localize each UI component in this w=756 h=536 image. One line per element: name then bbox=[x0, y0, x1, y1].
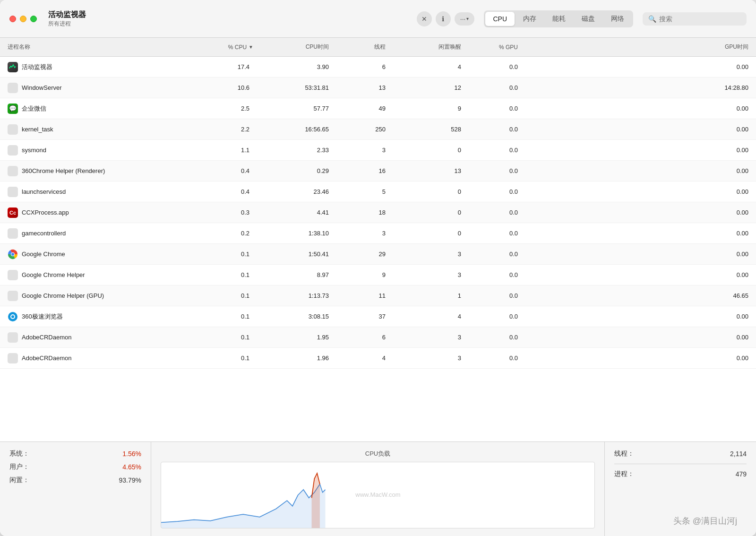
tab-network[interactable]: 网络 bbox=[603, 12, 632, 26]
tab-energy[interactable]: 能耗 bbox=[545, 12, 573, 26]
tab-cpu[interactable]: CPU bbox=[485, 12, 515, 26]
process-gputime: 0.00 bbox=[518, 63, 748, 70]
chevron-down-icon: ▾ bbox=[466, 16, 469, 21]
process-count-panel: 线程： 2,114 进程： 479 bbox=[605, 442, 756, 536]
cpu-stats-panel: 系统： 1.56% 用户： 4.65% 闲置： 93.79% bbox=[0, 442, 151, 536]
process-cpu: 0.1 bbox=[187, 334, 253, 341]
info-button[interactable]: ℹ bbox=[436, 11, 451, 26]
process-threads: 29 bbox=[329, 251, 386, 258]
process-idle: 528 bbox=[386, 126, 461, 133]
process-threads: 250 bbox=[329, 126, 386, 133]
process-name: kernel_task bbox=[8, 124, 187, 135]
process-cputime: 2.33 bbox=[253, 147, 329, 154]
process-icon bbox=[8, 228, 18, 239]
process-gpu: 0.0 bbox=[461, 334, 518, 341]
process-name: 360极速浏览器 bbox=[8, 311, 187, 322]
bottom-bar: 系统： 1.56% 用户： 4.65% 闲置： 93.79% CPU负载 bbox=[0, 441, 756, 536]
process-gpu: 0.0 bbox=[461, 313, 518, 320]
stat-processes-value: 479 bbox=[736, 470, 747, 478]
process-name: Google Chrome Helper bbox=[8, 270, 187, 280]
process-threads: 18 bbox=[329, 209, 386, 216]
more-button[interactable]: ··· ▾ bbox=[455, 12, 475, 26]
process-cpu: 0.1 bbox=[187, 251, 253, 258]
col-header-idle[interactable]: 闲置唤醒 bbox=[386, 43, 461, 51]
process-icon bbox=[8, 187, 18, 197]
process-cputime: 53:31.81 bbox=[253, 84, 329, 91]
process-name: Google Chrome bbox=[8, 249, 187, 259]
process-threads: 3 bbox=[329, 147, 386, 154]
tab-memory[interactable]: 内存 bbox=[515, 12, 544, 26]
process-threads: 11 bbox=[329, 292, 386, 299]
maximize-button[interactable] bbox=[30, 16, 37, 22]
stat-processes-label: 进程： bbox=[614, 470, 634, 478]
process-icon bbox=[8, 166, 18, 176]
process-name: 活动监视器 bbox=[8, 62, 187, 72]
chart-title: CPU负载 bbox=[161, 450, 595, 458]
table-row[interactable]: 360Chrome Helper (Renderer) 0.4 0.29 16 … bbox=[0, 161, 756, 182]
process-gpu: 0.0 bbox=[461, 271, 518, 278]
process-name-label: 360Chrome Helper (Renderer) bbox=[22, 167, 105, 174]
search-input[interactable] bbox=[659, 15, 741, 23]
table-row[interactable]: sysmond 1.1 2.33 3 0 0.0 0.00 bbox=[0, 140, 756, 161]
close-button[interactable] bbox=[9, 16, 16, 22]
stat-system-value: 1.56% bbox=[122, 450, 141, 458]
col-header-gputime[interactable]: GPU时间 bbox=[518, 43, 748, 51]
process-cputime: 57.77 bbox=[253, 105, 329, 112]
minimize-button[interactable] bbox=[20, 16, 26, 22]
table-row[interactable]: Google Chrome Helper 0.1 8.97 9 3 0.0 0.… bbox=[0, 265, 756, 285]
process-cputime: 1:38.10 bbox=[253, 230, 329, 237]
search-box[interactable]: 🔍 bbox=[643, 12, 747, 26]
stat-system-row: 系统： 1.56% bbox=[9, 450, 141, 458]
process-idle: 3 bbox=[386, 251, 461, 258]
process-threads: 4 bbox=[329, 354, 386, 362]
table-row[interactable]: kernel_task 2.2 16:56.65 250 528 0.0 0.0… bbox=[0, 119, 756, 140]
process-icon bbox=[8, 145, 18, 156]
table-row[interactable]: AdobeCRDaemon 0.1 1.96 4 3 0.0 0.00 bbox=[0, 348, 756, 369]
process-idle: 12 bbox=[386, 84, 461, 91]
process-cpu: 0.2 bbox=[187, 230, 253, 237]
weixin-icon: 💬 bbox=[8, 104, 18, 114]
main-window: 活动监视器 所有进程 ✕ ℹ ··· ▾ CPU 内存 能耗 磁盘 网络 🔍 进… bbox=[0, 0, 756, 536]
process-cputime: 4.41 bbox=[253, 209, 329, 216]
search-icon: 🔍 bbox=[648, 15, 656, 23]
table-row[interactable]: gamecontrollerd 0.2 1:38.10 3 0 0.0 0.00 bbox=[0, 223, 756, 244]
col-header-name[interactable]: 进程名称 bbox=[8, 43, 187, 51]
process-cpu: 0.1 bbox=[187, 271, 253, 278]
table-row[interactable]: 360极速浏览器 0.1 3:08.15 37 4 0.0 0.00 bbox=[0, 306, 756, 327]
table-row[interactable]: Google Chrome 0.1 1:50.41 29 3 0.0 0.00 bbox=[0, 244, 756, 265]
process-icon bbox=[8, 83, 18, 93]
process-icon bbox=[8, 124, 18, 135]
titlebar: 活动监视器 所有进程 ✕ ℹ ··· ▾ CPU 内存 能耗 磁盘 网络 🔍 bbox=[0, 0, 756, 38]
col-header-gpu[interactable]: % GPU bbox=[461, 44, 518, 51]
table-row[interactable]: AdobeCRDaemon 0.1 1.95 6 3 0.0 0.00 bbox=[0, 327, 756, 348]
process-gputime: 0.00 bbox=[518, 334, 748, 341]
table-row[interactable]: Cc CCXProcess.app 0.3 4.41 18 0 0.0 0.00 bbox=[0, 202, 756, 223]
process-name: 💬 企业微信 bbox=[8, 104, 187, 114]
close-process-button[interactable]: ✕ bbox=[417, 11, 432, 26]
process-threads: 5 bbox=[329, 188, 386, 195]
table-row[interactable]: Google Chrome Helper (GPU) 0.1 1:13.73 1… bbox=[0, 285, 756, 306]
stat-user-label: 用户： bbox=[9, 463, 29, 471]
stat-idle-value: 93.79% bbox=[119, 476, 141, 484]
process-icon bbox=[8, 270, 18, 280]
table-row[interactable]: launchservicesd 0.4 23.46 5 0 0.0 0.00 bbox=[0, 182, 756, 202]
process-cpu: 0.1 bbox=[187, 354, 253, 362]
process-gpu: 0.0 bbox=[461, 84, 518, 91]
process-gpu: 0.0 bbox=[461, 251, 518, 258]
process-gputime: 0.00 bbox=[518, 230, 748, 237]
toolbar-controls: ✕ ℹ ··· ▾ bbox=[417, 11, 475, 26]
col-header-threads[interactable]: 线程 bbox=[329, 43, 386, 51]
stat-system-label: 系统： bbox=[9, 450, 29, 458]
table-row[interactable]: 💬 企业微信 2.5 57.77 49 9 0.0 0.00 bbox=[0, 98, 756, 119]
col-header-cputime[interactable]: CPU时间 bbox=[253, 43, 329, 51]
process-cputime: 3.90 bbox=[253, 63, 329, 70]
process-name-label: AdobeCRDaemon bbox=[22, 334, 72, 341]
process-cputime: 1.95 bbox=[253, 334, 329, 341]
process-cputime: 1.96 bbox=[253, 354, 329, 362]
table-row[interactable]: WindowServer 10.6 53:31.81 13 12 0.0 14:… bbox=[0, 78, 756, 98]
process-threads: 6 bbox=[329, 63, 386, 70]
table-row[interactable]: 活动监视器 17.4 3.90 6 4 0.0 0.00 bbox=[0, 57, 756, 78]
col-header-cpu[interactable]: % CPU ▼ bbox=[187, 44, 253, 51]
browser360-icon bbox=[8, 311, 18, 322]
tab-disk[interactable]: 磁盘 bbox=[574, 12, 602, 26]
